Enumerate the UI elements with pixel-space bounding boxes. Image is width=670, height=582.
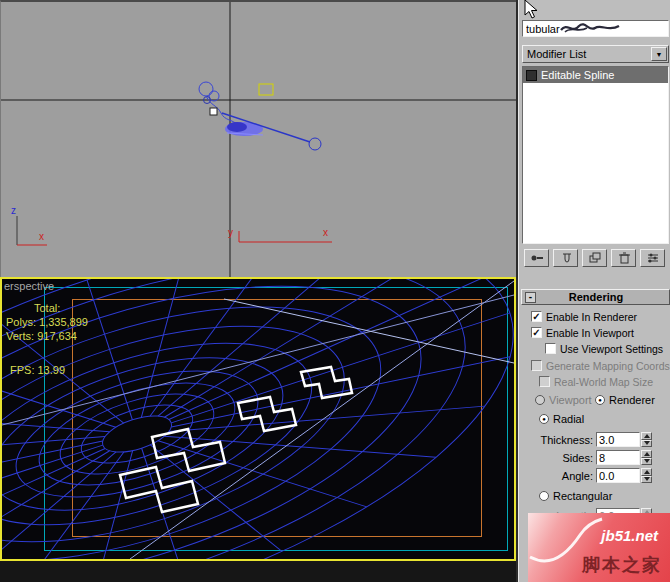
watermark-brand: 脚本之家 [582, 553, 662, 577]
remove-modifier-icon [617, 252, 631, 264]
gizmo-y-label: y [228, 227, 233, 238]
checkbox-box[interactable]: ✓ [531, 327, 542, 338]
object-name-input[interactable] [522, 20, 669, 37]
viewport-label[interactable]: erspective [4, 280, 54, 292]
checkbox-label: Generate Mapping Coords. [546, 360, 670, 372]
sides-input[interactable] [596, 450, 640, 465]
object-name-field-wrap [522, 20, 669, 37]
checkbox-box[interactable] [545, 343, 556, 354]
checkbox-label: Use Viewport Settings [560, 343, 663, 355]
transform-gizmo[interactable]: y x [228, 227, 332, 242]
angle-row: Angle: [521, 468, 667, 483]
rollout-collapse-icon[interactable]: - [525, 292, 536, 303]
checkbox-enable-in-viewport[interactable]: ✓ Enable In Viewport [531, 326, 634, 339]
viewport-perspective[interactable]: erspective Total: Polys: 1,335,899 Verts… [0, 277, 516, 561]
radio-circle[interactable] [539, 491, 549, 501]
show-end-result-icon [559, 252, 573, 264]
spinner-up-icon[interactable] [641, 432, 652, 440]
sides-label: Sides: [521, 452, 593, 464]
configure-modifier-sets-icon [646, 252, 660, 264]
sides-spinner[interactable] [641, 450, 652, 465]
watermark-site: jb51.net [601, 527, 658, 544]
radio-circle[interactable] [535, 395, 545, 405]
radio-label: Radial [553, 413, 584, 425]
stack-item-editable-spline[interactable]: Editable Spline [523, 67, 668, 83]
thickness-spinner[interactable] [641, 432, 652, 447]
checkbox-generate-mapping-coords[interactable]: Generate Mapping Coords. [531, 359, 670, 372]
radio-label: Renderer [609, 394, 655, 406]
make-unique-icon [588, 252, 602, 264]
modifier-list-label: Modifier List [523, 48, 651, 60]
spinner-up-icon[interactable] [641, 468, 652, 476]
spline-object[interactable] [199, 82, 321, 150]
stat-polys: Polys: 1,335,899 [6, 315, 88, 329]
angle-spinner[interactable] [641, 468, 652, 483]
checkbox-use-viewport-settings[interactable]: Use Viewport Settings [545, 342, 663, 355]
show-end-result-button[interactable] [553, 249, 578, 267]
viewport-statistics: Total: Polys: 1,335,899 Verts: 917,634 F… [6, 301, 88, 377]
radio-label: Rectangular [553, 490, 612, 502]
world-axis-tripod: z x [11, 205, 47, 245]
modifier-list-dropdown[interactable]: Modifier List ▼ [522, 45, 669, 63]
gizmo-x-label: x [323, 227, 328, 238]
stat-total: Total: [34, 301, 88, 315]
checkbox-enable-in-renderer[interactable]: ✓ Enable In Renderer [531, 310, 637, 323]
modifier-icon [526, 70, 537, 81]
checkbox-box[interactable] [531, 360, 542, 371]
radio-label: Viewport [549, 394, 592, 406]
shape-gizmo-rect [259, 84, 273, 95]
selected-vertex-handle[interactable] [210, 108, 217, 115]
make-unique-button[interactable] [582, 249, 607, 267]
spinner-down-icon[interactable] [641, 440, 652, 448]
radio-renderer[interactable]: ● Renderer [595, 394, 655, 406]
axis-x-label: x [39, 231, 44, 242]
chevron-down-icon[interactable]: ▼ [651, 47, 667, 61]
checkbox-box[interactable]: ✓ [531, 311, 542, 322]
watermark: jb51.net 脚本之家 [528, 513, 670, 582]
checkbox-label: Enable In Viewport [546, 327, 634, 339]
viewport-axes [1, 2, 516, 277]
checkbox-label: Enable In Renderer [546, 311, 637, 323]
sides-row: Sides: [521, 450, 667, 465]
radio-rectangular[interactable]: Rectangular [539, 490, 612, 502]
bottom-strip [0, 561, 516, 582]
checkbox-label: Real-World Map Size [554, 376, 653, 388]
stack-toolbar [522, 248, 669, 268]
radio-circle[interactable]: ● [595, 395, 605, 405]
spinner-down-icon[interactable] [641, 458, 652, 466]
axis-z-label: z [11, 205, 16, 216]
configure-modifier-sets-button[interactable] [640, 249, 665, 267]
pin-stack-icon [530, 252, 544, 264]
command-panel: Modifier List ▼ Editable Spline - Render… [518, 0, 670, 582]
radio-circle[interactable]: ● [539, 414, 549, 424]
stat-fps: FPS: 13.99 [10, 363, 88, 377]
angle-label: Angle: [521, 470, 593, 482]
mouse-cursor [524, 0, 542, 20]
rendering-rollout-header[interactable]: - Rendering [521, 289, 670, 305]
pin-stack-button[interactable] [524, 249, 549, 267]
max-window: y x z x [0, 0, 670, 582]
angle-input[interactable] [596, 468, 640, 483]
radio-viewport[interactable]: Viewport [535, 394, 592, 406]
checkbox-box[interactable] [539, 376, 550, 387]
thickness-input[interactable] [596, 432, 640, 447]
spinner-down-icon[interactable] [641, 476, 652, 484]
thickness-row: Thickness: [521, 432, 667, 447]
checkbox-real-world-map-size[interactable]: Real-World Map Size [539, 375, 653, 388]
viewport-top[interactable]: y x z x [0, 0, 516, 277]
remove-modifier-button[interactable] [611, 249, 636, 267]
thickness-label: Thickness: [521, 434, 593, 446]
stat-verts: Verts: 917,634 [6, 329, 88, 343]
spinner-up-icon[interactable] [641, 450, 652, 458]
modifier-stack-list[interactable]: Editable Spline [522, 66, 669, 244]
rollout-title: Rendering [539, 291, 653, 303]
viewport-top-canvas: y x z x [1, 2, 516, 277]
stack-item-label: Editable Spline [541, 69, 614, 81]
radio-radial[interactable]: ● Radial [539, 413, 584, 425]
